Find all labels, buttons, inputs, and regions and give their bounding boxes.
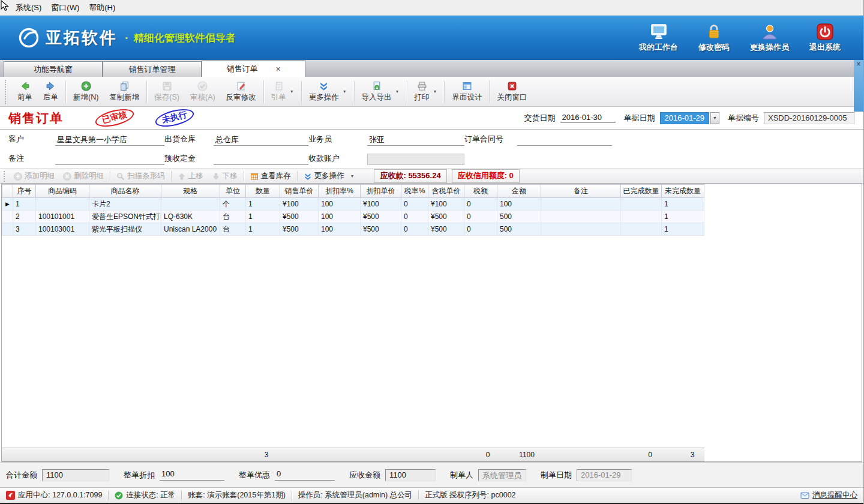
receivable-total-field[interactable]: 1100 <box>385 469 436 481</box>
grid-cell[interactable]: 个 <box>220 198 246 211</box>
grid-cell[interactable]: ¥500 <box>428 223 464 236</box>
grid-cell[interactable]: Uniscan LA2000 <box>161 223 220 236</box>
grid-cell[interactable]: LQ-630K <box>161 211 220 223</box>
doc-date-dropdown-icon[interactable]: ▼ <box>710 112 719 124</box>
grid-cell[interactable]: 500 <box>497 211 541 223</box>
copy-new-button[interactable]: 复制新增 <box>104 80 145 104</box>
total-amount-field[interactable]: 1100 <box>42 469 109 481</box>
dropdown-caret-icon[interactable]: ▼ <box>395 89 400 94</box>
deposit-field[interactable] <box>214 154 308 165</box>
salesman-field[interactable]: 张亚 <box>367 134 464 146</box>
column-header-15[interactable]: 已完成数量 <box>621 185 662 198</box>
dropdown-caret-icon[interactable]: ▼ <box>343 89 347 94</box>
grid-cell[interactable]: 1 <box>246 198 280 211</box>
column-header-3[interactable]: 商品名称 <box>89 185 161 198</box>
unaudit-edit-button[interactable]: 反审修改 <box>221 80 262 104</box>
column-header-12[interactable]: 税额 <box>464 185 497 198</box>
row-selector-cell[interactable] <box>2 223 13 236</box>
column-header-11[interactable]: 含税单价 <box>428 185 464 198</box>
dropdown-caret-icon[interactable]: ▼ <box>433 89 437 94</box>
import-export-button[interactable]: 导入导出▼ <box>356 80 405 104</box>
tab-sales-order-mgmt[interactable]: 销售订单管理 <box>103 61 202 77</box>
remark-field[interactable] <box>55 154 164 165</box>
prev-doc-button[interactable]: 前单 <box>12 80 38 104</box>
grid-cell[interactable] <box>541 198 621 211</box>
table-row[interactable]: 3100103001紫光平板扫描仪Uniscan LA2000台1¥500100… <box>2 223 704 236</box>
close-window-button[interactable]: 关闭窗口 <box>491 80 532 104</box>
new-button[interactable]: 新增(N) <box>68 80 104 104</box>
grid-cell[interactable]: 3 <box>13 223 36 236</box>
grid-cell[interactable]: ¥500 <box>361 223 401 236</box>
column-header-13[interactable]: 金额 <box>497 185 541 198</box>
toolbar-grip[interactable] <box>5 80 7 104</box>
column-header-6[interactable]: 数量 <box>246 185 280 198</box>
contract-field[interactable] <box>517 134 612 146</box>
column-header-8[interactable]: 折扣率% <box>319 185 361 198</box>
grid-cell[interactable]: ¥500 <box>428 211 464 223</box>
grid-cell[interactable]: ¥100 <box>428 198 464 211</box>
column-header-9[interactable]: 折扣单价 <box>361 185 401 198</box>
grid-cell[interactable]: 100 <box>319 223 361 236</box>
grid-cell[interactable]: 紫光平板扫描仪 <box>89 223 161 236</box>
tabstrip-close-icon[interactable]: × <box>854 60 863 112</box>
audit-button[interactable]: 审核(A) <box>185 80 221 104</box>
grid-cell[interactable]: ¥100 <box>280 198 319 211</box>
column-header-4[interactable]: 规格 <box>161 185 220 198</box>
grid-cell[interactable]: ¥100 <box>361 198 401 211</box>
grid-cell[interactable]: 2 <box>13 211 36 223</box>
doc-no-field[interactable]: XSDD-20160129-0005 <box>764 112 855 124</box>
move-up-button[interactable]: 上移 <box>173 170 208 182</box>
grid-cell[interactable]: 0 <box>464 223 497 236</box>
workbench-button[interactable]: 我的工作台 <box>639 23 678 53</box>
detail-toolbar-grip[interactable] <box>4 171 5 182</box>
grid-cell[interactable]: 卡片2 <box>89 198 161 211</box>
warehouse-field[interactable]: 总仓库 <box>214 134 308 146</box>
grid-cell[interactable] <box>36 198 89 211</box>
column-header-1[interactable]: 序号 <box>13 185 36 198</box>
change-password-button[interactable]: 修改密码 <box>698 23 730 53</box>
dropdown-caret-icon[interactable]: ▼ <box>350 174 355 178</box>
grid-cell[interactable]: ¥500 <box>361 211 401 223</box>
order-discount-field[interactable]: 100 <box>160 469 224 481</box>
grid-cell[interactable]: ¥500 <box>280 223 319 236</box>
grid-cell[interactable]: 500 <box>497 223 541 236</box>
grid-cell[interactable]: 100103001 <box>36 223 89 236</box>
grid-cell[interactable] <box>621 198 662 211</box>
grid-cell[interactable]: 0 <box>401 211 428 223</box>
row-selector-cell[interactable]: ▶ <box>2 198 13 211</box>
tab-sales-order[interactable]: 销售订单× <box>202 60 305 77</box>
grid-cell[interactable]: 0 <box>464 211 497 223</box>
delivery-date-field[interactable]: 2016-01-30 <box>560 113 616 123</box>
tab-function-nav[interactable]: 功能导航窗 <box>4 61 103 77</box>
grid-cell[interactable] <box>621 211 662 223</box>
exit-system-button[interactable]: 退出系统 <box>809 23 841 53</box>
grid-cell[interactable]: 0 <box>401 198 428 211</box>
scan-barcode-button[interactable]: 扫描条形码 <box>112 170 169 182</box>
column-header-5[interactable]: 单位 <box>220 185 246 198</box>
row-selector-cell[interactable] <box>2 211 13 223</box>
grid-cell[interactable]: 爱普生EPSON针式打印 <box>89 211 161 223</box>
pull-doc-button[interactable]: 引单▼ <box>266 80 299 104</box>
help-menu[interactable]: 帮助(H) <box>86 1 122 15</box>
grid-cell[interactable]: 1 <box>662 198 704 211</box>
grid-cell[interactable]: 1 <box>662 223 704 236</box>
grid-cell[interactable]: 100101001 <box>36 211 89 223</box>
make-date-field[interactable]: 2016-01-29 <box>577 469 632 481</box>
grid-cell[interactable]: 台 <box>220 211 246 223</box>
column-header-14[interactable]: 备注 <box>541 185 621 198</box>
system-menu[interactable]: 系统(S) <box>13 1 49 15</box>
table-row[interactable]: ▶1卡片2个1¥100100¥1000¥10001001 <box>2 198 704 211</box>
grid-cell[interactable]: 100 <box>497 198 541 211</box>
move-down-button[interactable]: 下移 <box>208 170 242 182</box>
grid-cell[interactable]: 台 <box>220 223 246 236</box>
grid-cell[interactable]: 1 <box>13 198 36 211</box>
print-button[interactable]: 打印▼ <box>409 80 443 104</box>
column-header-7[interactable]: 销售单价 <box>280 185 319 198</box>
more-detail-actions-button[interactable]: 更多操作▼ <box>299 170 359 182</box>
grid-cell[interactable] <box>621 223 662 236</box>
column-header-16[interactable]: 未完成数量 <box>662 185 704 198</box>
view-stock-button[interactable]: 查看库存 <box>246 170 295 182</box>
add-detail-button[interactable]: 添加明细 <box>10 170 59 182</box>
grid-cell[interactable] <box>161 198 220 211</box>
delete-detail-button[interactable]: 删除明细 <box>59 170 108 182</box>
